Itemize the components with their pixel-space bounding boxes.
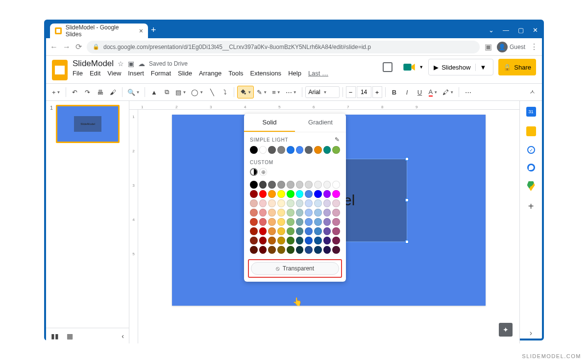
meet-button[interactable]: ▼ [402,59,423,75]
palette-swatch[interactable] [277,209,285,217]
palette-swatch[interactable] [259,209,267,217]
theme-swatch[interactable] [259,146,267,154]
menu-extensions[interactable]: Extensions [250,70,282,77]
text-color-button[interactable]: A ▼ [427,86,440,98]
connector-tool[interactable]: ⤵ [219,86,231,98]
palette-swatch[interactable] [287,199,294,207]
menu-arrange[interactable]: Arrange [199,70,221,77]
resize-handle[interactable] [405,198,409,202]
palette-swatch[interactable] [250,246,258,254]
palette-swatch[interactable] [287,227,294,235]
new-tab-button[interactable]: + [151,25,156,35]
palette-swatch[interactable] [323,246,331,254]
palette-swatch[interactable] [259,237,267,244]
palette-swatch[interactable] [305,237,313,244]
profile-button[interactable]: 👤 Guest [497,42,525,52]
menu-slide[interactable]: Slide [178,70,192,77]
add-addon-icon[interactable]: + [528,201,534,212]
palette-swatch[interactable] [268,181,276,189]
palette-swatch[interactable] [323,209,331,217]
filmstrip-view-icon[interactable]: ▮▮ [51,332,59,340]
theme-swatch[interactable] [332,146,340,154]
palette-swatch[interactable] [268,209,276,217]
palette-swatch[interactable] [287,237,294,244]
palette-swatch[interactable] [332,190,340,198]
palette-swatch[interactable] [259,181,267,189]
custom-color-swatch[interactable] [250,168,258,176]
comments-button[interactable] [378,59,397,75]
palette-swatch[interactable] [323,218,331,226]
menu-file[interactable]: File [73,70,83,77]
theme-swatch[interactable] [296,146,304,154]
palette-swatch[interactable] [296,246,304,254]
underline-button[interactable]: U [414,86,426,98]
palette-swatch[interactable] [314,209,322,217]
minimize-icon[interactable]: — [503,26,509,34]
maximize-icon[interactable]: ▢ [518,26,524,34]
palette-swatch[interactable] [268,190,276,198]
palette-swatch[interactable] [287,246,294,254]
highlight-button[interactable]: 🖍 ▼ [441,86,456,98]
palette-swatch[interactable] [277,190,285,198]
palette-swatch[interactable] [250,190,258,198]
slides-logo-icon[interactable] [52,60,68,80]
theme-swatch[interactable] [287,146,294,154]
italic-button[interactable]: I [401,86,413,98]
border-dash-button[interactable]: ⋯ ▼ [284,86,299,98]
palette-swatch[interactable] [259,218,267,226]
close-icon[interactable]: ✕ [533,26,538,34]
palette-swatch[interactable] [268,237,276,244]
keep-icon[interactable] [526,126,536,136]
palette-swatch[interactable] [296,190,304,198]
forward-icon[interactable]: → [63,43,71,51]
palette-swatch[interactable] [277,181,285,189]
palette-swatch[interactable] [277,199,285,207]
palette-swatch[interactable] [323,199,331,207]
font-size-increase[interactable]: + [372,86,382,98]
grid-view-icon[interactable]: ▦ [67,332,73,340]
palette-swatch[interactable] [323,227,331,235]
palette-swatch[interactable] [314,181,322,189]
redo-button[interactable]: ↷ [82,86,94,98]
palette-swatch[interactable] [259,199,267,207]
tab-solid[interactable]: Solid [244,114,295,132]
collapse-panel-icon[interactable]: ‹ [122,332,124,340]
palette-swatch[interactable] [305,199,313,207]
tab-gradient[interactable]: Gradient [295,114,346,132]
slideshow-button[interactable]: ▶ Slideshow ▼ [428,59,493,75]
resize-handle[interactable] [405,240,409,243]
maps-icon[interactable] [527,181,535,191]
palette-swatch[interactable] [250,227,258,235]
reload-icon[interactable]: ⟳ [75,42,82,51]
palette-swatch[interactable] [305,209,313,217]
menu-insert[interactable]: Insert [128,70,144,77]
font-size-input[interactable]: 14 [357,86,371,98]
add-custom-color[interactable]: ⊕ [259,168,267,176]
palette-swatch[interactable] [314,227,322,235]
palette-swatch[interactable] [287,218,294,226]
menu-format[interactable]: Format [151,70,171,77]
theme-swatch[interactable] [305,146,313,154]
hide-panel-icon[interactable]: › [530,329,532,338]
palette-swatch[interactable] [332,246,340,254]
palette-swatch[interactable] [305,181,313,189]
back-icon[interactable]: ← [50,43,58,51]
palette-swatch[interactable] [259,227,267,235]
palette-swatch[interactable] [296,209,304,217]
palette-swatch[interactable] [277,237,285,244]
theme-swatch[interactable] [277,146,285,154]
palette-swatch[interactable] [332,218,340,226]
palette-swatch[interactable] [287,209,294,217]
palette-swatch[interactable] [314,218,322,226]
kebab-menu-icon[interactable]: ⋮ [530,42,538,51]
palette-swatch[interactable] [277,218,285,226]
zoom-button[interactable]: 🔍 ▼ [125,86,142,98]
panel-icon[interactable]: ▣ [485,42,492,51]
palette-swatch[interactable] [305,218,313,226]
palette-swatch[interactable] [250,218,258,226]
palette-swatch[interactable] [250,237,258,244]
palette-swatch[interactable] [250,209,258,217]
palette-swatch[interactable] [305,190,313,198]
theme-swatch[interactable] [314,146,322,154]
menu-view[interactable]: View [107,70,121,77]
